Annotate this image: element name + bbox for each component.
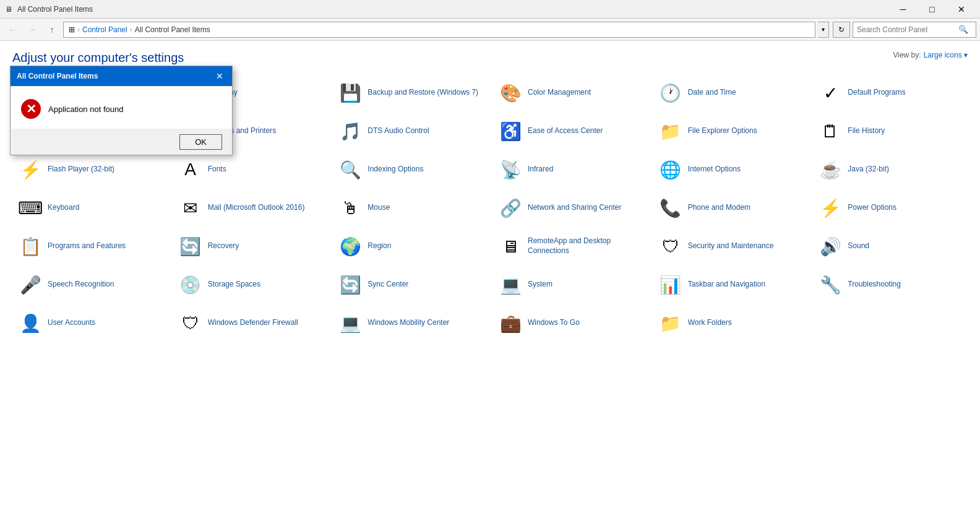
dialog-overlay: All Control Panel Items ✕ ✕ Application … [0,0,980,518]
error-dialog: All Control Panel Items ✕ ✕ Application … [10,66,233,155]
dialog-close-button[interactable]: ✕ [213,70,226,82]
ok-button[interactable]: OK [179,134,222,150]
dialog-titlebar: All Control Panel Items ✕ [11,66,232,86]
dialog-footer: OK [11,129,232,155]
error-icon: ✕ [21,99,41,119]
dialog-message: Application not found [48,105,123,114]
dialog-body: ✕ Application not found [11,87,231,129]
dialog-title: All Control Panel Items [17,72,98,80]
